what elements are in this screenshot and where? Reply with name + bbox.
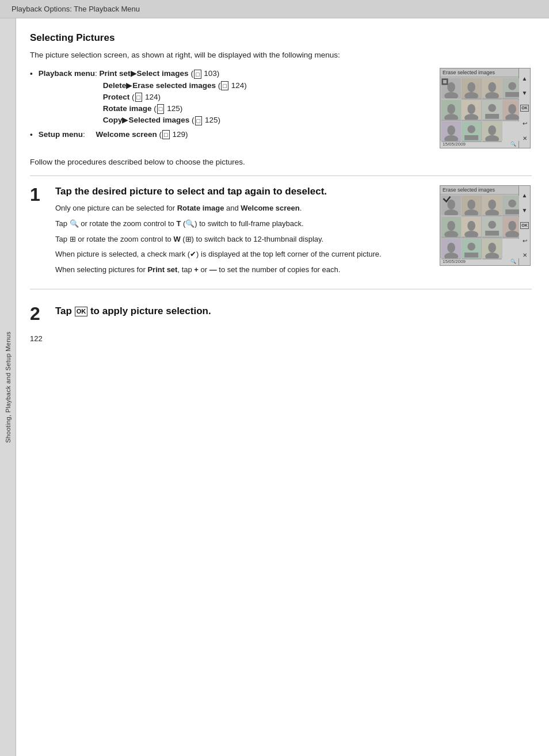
back-btn-1[interactable]: ↩ [523,120,527,127]
svg-point-38 [468,200,476,209]
step1-footer-date: 15/05/2009 [443,259,466,264]
step1-body-3: Tap ⊞ or rotate the zoom control to W (⊞… [55,234,430,246]
step-2-title: Tap OK to apply picture selection. [55,304,532,318]
print-set-entry: Print set▶Select images (□ 103) [100,69,220,78]
screen1-title: Erase selected images [440,68,518,77]
bullet-2: • [30,129,33,140]
svg-point-5 [468,82,476,92]
svg-point-1 [447,82,455,92]
svg-point-59 [447,242,455,252]
top-bar-label: Playback Options: The Playback Menu [12,5,140,13]
svg-point-62 [468,242,476,250]
down-btn[interactable]: ▼ [522,90,528,96]
selecting-pictures-section: Selecting Pictures The picture selection… [30,32,532,166]
follow-text: Follow the procedures described below to… [30,158,532,166]
page-number: 122 [30,334,532,343]
svg-point-26 [447,125,455,135]
divider-2 [30,289,532,289]
step2-title-text: Tap [55,306,72,316]
svg-point-50 [468,221,476,231]
step-1-row: 1 Tap the desired picture to select and … [30,185,532,280]
x-btn-1[interactable]: ✕ [523,135,527,142]
svg-rect-63 [464,252,478,257]
rotate-entry: Rotate image (□ 125) [103,103,247,114]
step1-screen-title: Erase selected images [440,186,518,194]
step-2-content: Tap OK to apply picture selection. [55,304,532,323]
svg-point-65 [488,242,496,252]
svg-point-47 [447,221,455,231]
svg-rect-12 [505,92,519,97]
svg-rect-54 [485,231,499,236]
svg-point-56 [508,221,516,231]
step-2-number: 2 [30,304,46,323]
svg-rect-21 [485,113,499,119]
up-btn[interactable]: ▲ [522,75,528,82]
setup-menu-key: Setup menu [39,130,83,139]
svg-point-53 [488,221,496,229]
up-btn-2[interactable]: ▲ [522,192,528,198]
setup-menu-item: • Setup menu: Welcome screen (□ 129) [30,129,428,140]
side-label: Shooting, Playback and Setup Menus [0,18,16,756]
step-1-number: 1 [30,185,46,280]
content-area: Selecting Pictures The picture selection… [16,18,549,756]
side-label-text: Shooting, Playback and Setup Menus [5,331,12,443]
ok-btn-2[interactable]: OK [520,222,529,229]
menu-list: • Playback menu: Print set▶Select images… [30,68,428,148]
copy-entry: Copy▶Selected images (□ 125) [103,114,247,126]
step1-footer-info: 🔍 [510,259,516,264]
svg-point-11 [508,82,516,90]
ok-btn-1[interactable]: OK [520,105,529,112]
ok-icon: OK [75,307,88,316]
intro-text: The picture selection screen, as shown a… [30,49,532,61]
svg-point-20 [488,104,496,112]
svg-point-35 [447,200,455,209]
svg-point-29 [468,125,476,133]
step-1-body: Only one picture can be selected for Rot… [55,203,430,276]
svg-point-32 [488,125,496,135]
step1-body-2: Tap 🔍 or rotate the zoom control to T (🔍… [55,218,430,230]
svg-point-44 [508,200,516,208]
protect-entry: Protect (□ 124) [103,91,247,103]
svg-point-41 [488,200,496,209]
step-2-row: 2 Tap OK to apply picture selection. [30,299,532,323]
step1-camera-screen: Erase selected images [440,185,532,280]
playback-menu-item: • Playback menu: Print set▶Select images… [30,68,428,126]
delete-entry: Delete▶Erase selected images (□ 124) [103,80,247,91]
x-btn-2[interactable]: ✕ [523,252,527,258]
back-btn-2[interactable]: ↩ [523,238,527,244]
svg-point-23 [508,104,516,113]
svg-point-8 [488,82,496,92]
step1-body-5: When selecting pictures for Print set, t… [55,264,430,276]
step2-title-suffix: to apply picture selection. [90,306,211,316]
step-1-content: Tap the desired picture to select and ta… [55,185,430,280]
down-btn-2[interactable]: ▼ [522,207,528,213]
menu-section: • Playback menu: Print set▶Select images… [30,68,532,148]
top-bar: Playback Options: The Playback Menu [0,0,549,18]
step1-body-1: Only one picture can be selected for Rot… [55,203,430,215]
bullet-1: • [30,68,33,126]
svg-rect-45 [505,209,519,215]
svg-point-14 [447,104,455,113]
step-1-title: Tap the desired picture to select and ta… [55,185,430,198]
svg-rect-30 [464,135,478,140]
screen1-footer-info: 🔍 [510,142,516,147]
section-title: Selecting Pictures [30,32,532,44]
screen1-footer-date: 15/05/2009 [443,142,466,147]
top-camera-screen: Erase selected images [440,68,532,148]
playback-menu-key: Playback menu [39,69,95,78]
divider-1 [30,175,532,176]
svg-point-17 [468,104,476,113]
step1-body-4: When picture is selected, a check mark (… [55,249,430,261]
